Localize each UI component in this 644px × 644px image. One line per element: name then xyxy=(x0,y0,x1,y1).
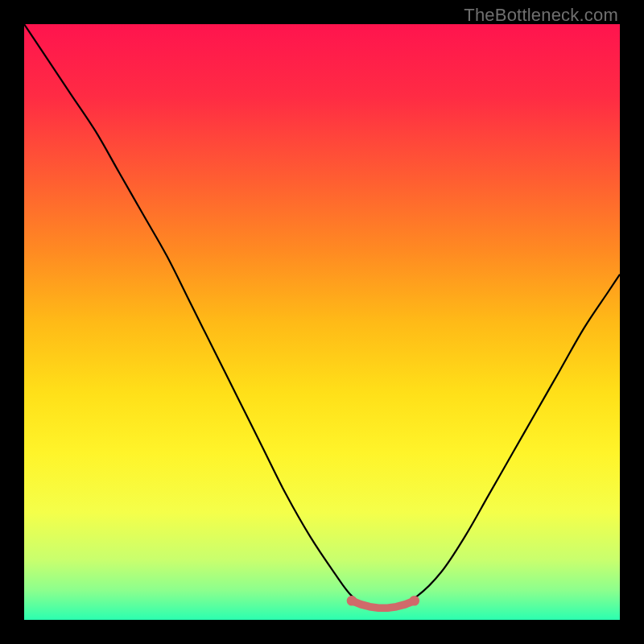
optimal-band-endpoint xyxy=(409,596,419,606)
chart-background xyxy=(24,24,620,620)
bottleneck-chart xyxy=(24,24,620,620)
chart-plot-area xyxy=(24,24,620,620)
chart-frame: { "attribution": "TheBottleneck.com", "c… xyxy=(0,0,644,644)
optimal-band-endpoint xyxy=(347,596,357,606)
attribution-text: TheBottleneck.com xyxy=(464,5,618,26)
